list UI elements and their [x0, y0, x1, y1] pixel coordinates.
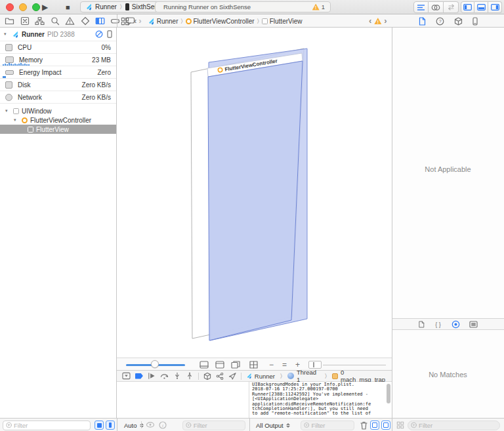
pause-process-icon[interactable] [95, 30, 103, 38]
spacing-slider-knob[interactable] [151, 360, 159, 368]
related-items-icon[interactable] [121, 17, 129, 26]
activity-issues[interactable]: ! 1 [312, 3, 330, 10]
show-variables-options-button[interactable] [146, 421, 155, 428]
stop-button[interactable]: ■ [66, 0, 70, 14]
zoom-actual-size-button[interactable]: = [282, 358, 287, 371]
test-navigator-tab[interactable] [79, 15, 91, 27]
navigator-filter-input[interactable] [14, 422, 87, 429]
info-button[interactable]: i [159, 421, 167, 429]
standard-editor-button[interactable] [413, 1, 429, 13]
debug-crumb-frame[interactable]: 0 mach_msg_trap [341, 369, 387, 383]
variables-filter-input[interactable] [194, 422, 242, 429]
run-button[interactable]: ▶ [42, 0, 48, 14]
step-out-button[interactable] [186, 372, 194, 380]
debug-view-hierarchy-button[interactable] [203, 372, 211, 380]
library-filter-input[interactable] [419, 422, 497, 429]
device-memory-icon[interactable] [107, 30, 112, 38]
close-window-button[interactable] [6, 3, 14, 11]
assistant-editor-button[interactable] [429, 1, 444, 13]
version-editor-button[interactable] [444, 1, 459, 13]
gauge-row-network[interactable]: Network Zero KB/s [0, 91, 116, 103]
next-issue-button[interactable]: › [384, 15, 387, 27]
view-icon [262, 18, 268, 24]
show-variables-view-button[interactable] [370, 421, 379, 430]
gauge-row-energy[interactable]: Energy Impact Zero [0, 66, 116, 78]
simulate-location-button[interactable] [228, 372, 236, 380]
memory-graph-button[interactable] [216, 372, 224, 380]
gauge-row-memory[interactable]: Memory 23 MB [0, 53, 116, 66]
console-filter-field[interactable] [301, 421, 354, 430]
zoom-out-button[interactable]: − [269, 358, 274, 371]
zoom-window-button[interactable] [32, 3, 40, 11]
debug-crumb-process[interactable]: Runner [255, 373, 275, 380]
breakpoint-navigator-tab[interactable] [109, 15, 121, 27]
toggle-debug-area-button[interactable] [474, 1, 488, 13]
find-navigator-tab[interactable] [49, 15, 61, 27]
continue-button[interactable] [148, 372, 156, 380]
toggle-navigator-button[interactable] [461, 1, 474, 13]
jump-crumb-view[interactable]: FlutterView [270, 18, 303, 25]
console-scope-popup[interactable]: All Output [256, 419, 290, 431]
console-filter-input[interactable] [311, 422, 351, 429]
quick-help-inspector-tab[interactable]: ? [436, 17, 444, 26]
process-row[interactable]: ▾ Runner PID 2388 [0, 28, 116, 41]
view-hierarchy-canvas[interactable]: FlutterViewController [117, 28, 392, 358]
symbol-navigator-tab[interactable] [33, 15, 46, 27]
gauge-value: 23 MB [92, 56, 111, 64]
debug-navigator-tab[interactable] [94, 15, 106, 27]
go-back-button[interactable]: ‹ [134, 15, 136, 27]
disclosure-triangle[interactable]: ▾ [14, 117, 19, 123]
navigator-filter-field[interactable] [3, 421, 91, 430]
gauge-row-disk[interactable]: Disk Zero KB/s [0, 78, 116, 91]
source-control-navigator-tab[interactable] [18, 15, 31, 27]
code-snippet-library-tab[interactable]: { } [434, 321, 442, 328]
range-slider-track[interactable] [323, 365, 386, 366]
tree-row-uiwindow[interactable]: ▾ UIWindow [0, 106, 116, 115]
gauge-row-cpu[interactable]: CPU 0% [0, 41, 116, 53]
show-console-view-button[interactable] [381, 421, 390, 430]
jump-crumb-controller[interactable]: FlutterViewController [194, 18, 255, 25]
media-library-tab[interactable] [469, 321, 478, 328]
range-slider-box[interactable] [308, 361, 322, 369]
filter-icon [304, 422, 309, 428]
filter-views-mode-button[interactable] [94, 421, 104, 430]
jump-crumb-project[interactable]: Runner [157, 18, 178, 25]
clear-console-button[interactable] [360, 421, 368, 430]
debug-crumb-thread[interactable]: Thread 1 [297, 369, 320, 383]
show-view-frames-button[interactable] [231, 361, 240, 369]
step-into-button[interactable] [173, 372, 181, 380]
hide-debug-area-button[interactable] [122, 372, 131, 380]
object-library-tab[interactable] [452, 320, 460, 329]
filter-constraints-mode-button[interactable] [106, 421, 115, 430]
variables-view[interactable] [117, 382, 249, 418]
go-forward-button[interactable]: › [138, 15, 141, 27]
breakpoints-toggle-button[interactable] [135, 373, 143, 379]
show-clipped-content-button[interactable] [200, 361, 209, 369]
grid-button[interactable] [249, 361, 258, 369]
library-grid-icon[interactable] [396, 421, 404, 429]
disclosure-triangle[interactable]: ▾ [5, 108, 10, 113]
range-slider-handle[interactable] [313, 362, 314, 367]
tree-row-flutterview-selected[interactable]: FlutterView [0, 125, 116, 134]
size-inspector-tab[interactable] [472, 17, 478, 26]
memory-icon [5, 56, 14, 63]
minimize-window-button[interactable] [19, 3, 27, 11]
file-template-library-tab[interactable] [419, 321, 425, 328]
issue-navigator-tab[interactable] [64, 15, 76, 27]
console-scrollbar[interactable] [387, 384, 390, 403]
console-output[interactable]: UIBackgroundModes in your Info.plist. 20… [249, 382, 392, 418]
file-inspector-tab[interactable] [419, 17, 426, 26]
library-filter-field[interactable] [408, 421, 500, 430]
flutterview-plane[interactable] [208, 61, 303, 340]
variables-filter-field[interactable] [182, 421, 245, 430]
disclosure-triangle[interactable]: ▾ [4, 31, 9, 37]
disk-icon [5, 81, 12, 89]
project-navigator-tab[interactable] [3, 15, 16, 27]
assistant-editor-icon [431, 4, 440, 11]
toggle-inspector-button[interactable] [488, 1, 502, 13]
step-over-button[interactable] [160, 372, 169, 380]
tree-row-flutterviewcontroller[interactable]: ▾ FlutterViewController [0, 115, 116, 125]
show-constraints-button[interactable] [215, 361, 224, 369]
object-inspector-tab[interactable] [454, 17, 463, 26]
previous-issue-button[interactable]: ‹ [369, 15, 371, 27]
